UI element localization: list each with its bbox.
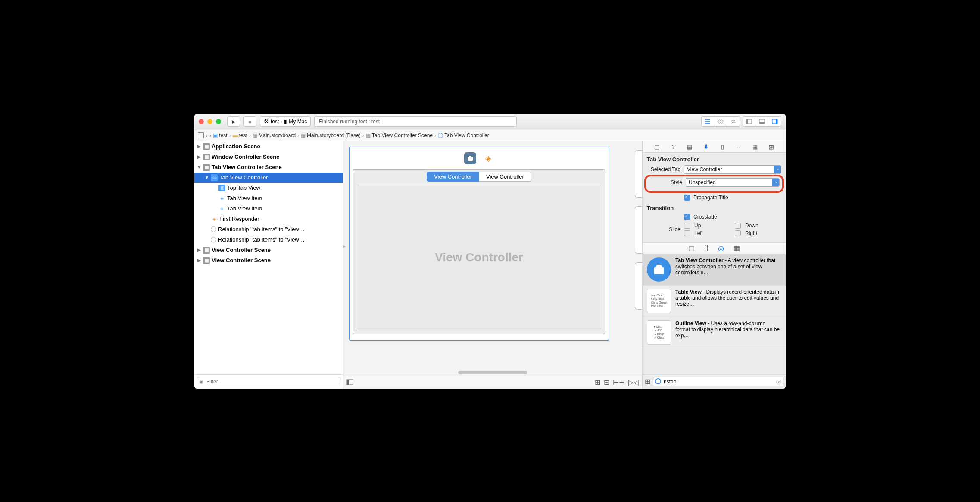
jump-bar[interactable]: ‹ › ▣ test› ▬ test› ▦ Main.storyboard› ▦…	[194, 130, 786, 141]
outline-row[interactable]: ◈Tab View Item	[194, 204, 343, 214]
toggle-inspector-button[interactable]	[768, 116, 781, 127]
offscreen-scene-edges	[635, 150, 642, 340]
outline-row[interactable]: Relationship "tab items" to "View…	[194, 224, 343, 235]
canvas-tab-active[interactable]: View Controller	[427, 172, 479, 182]
outline-row[interactable]: ▶▦Window Controller Scene	[194, 152, 343, 162]
library-item[interactable]: Tab View Controller - A view controller …	[643, 254, 786, 286]
tab-view-controller-frame[interactable]: ◈ View Controller View Controller View C…	[349, 147, 609, 341]
clear-search-button[interactable]: ⓧ	[776, 379, 781, 386]
slide-right-label: Right	[745, 230, 781, 236]
outline-row[interactable]: ◈First Responder	[194, 214, 343, 224]
propagate-label: Propagate Title	[693, 195, 728, 201]
slide-right-checkbox[interactable]	[735, 230, 741, 236]
related-items-icon[interactable]	[198, 132, 204, 138]
library-search-input[interactable]	[653, 377, 783, 386]
forward-button[interactable]: ›	[209, 132, 212, 139]
arrows-icon	[730, 119, 737, 124]
svg-rect-7	[776, 119, 777, 124]
editor-mode-group	[701, 116, 740, 127]
run-button[interactable]	[227, 116, 240, 127]
outline-row[interactable]: ▶▦View Controller Scene	[194, 255, 343, 266]
storyboard-canvas[interactable]: ◈ View Controller View Controller View C…	[343, 141, 643, 389]
identity-inspector-tab[interactable]: ▤	[686, 143, 693, 151]
crossfade-row: Crossfade	[684, 214, 781, 220]
selected-tab-select[interactable]: View Controller	[684, 165, 781, 174]
first-responder-badge-icon[interactable]: ◈	[482, 152, 494, 164]
tab-controller-icon	[647, 257, 671, 282]
version-editor-button[interactable]	[727, 116, 740, 127]
minimize-window-button[interactable]	[207, 119, 212, 124]
canvas-tab[interactable]: View Controller	[479, 172, 531, 182]
style-row: Style Unspecified	[649, 178, 780, 187]
help-inspector-tab[interactable]: ?	[669, 143, 677, 151]
library-item[interactable]: ▾ Matt ▸ Jon ▸ Kelly ▸ Chris Outline Vie…	[643, 317, 786, 348]
window-controls	[199, 119, 221, 124]
scene-icon: ▦	[203, 154, 210, 160]
library-tab-bar: ▢ {} ◎ ▦	[643, 243, 786, 254]
svg-rect-3	[746, 119, 748, 124]
svg-rect-12	[654, 267, 664, 274]
assistant-editor-button[interactable]	[714, 116, 727, 127]
canvas-content: View Controller	[358, 186, 600, 329]
outline-row-selected[interactable]: ▼▭Tab View Controller	[194, 173, 343, 183]
close-window-button[interactable]	[199, 119, 204, 124]
destination-name: My Mac	[289, 119, 307, 125]
toolbar: 🛠 test › ▮ My Mac Finished running test …	[194, 114, 786, 130]
breadcrumb: ▣ test	[213, 132, 227, 138]
chevron-right-icon: ›	[281, 119, 282, 125]
stop-button[interactable]	[243, 116, 256, 127]
outline-row[interactable]: ◈Tab View Item	[194, 193, 343, 204]
outline-row[interactable]: ▶▦View Controller Scene	[194, 245, 343, 255]
xcode-window: 🛠 test › ▮ My Mac Finished running test …	[194, 114, 786, 389]
controller-badge-icon[interactable]	[464, 152, 476, 164]
storyboard-icon: ▦	[301, 132, 306, 138]
toggle-navigator-button[interactable]	[743, 116, 755, 127]
transition-section-title: Transition	[647, 205, 781, 211]
code-snippet-tab[interactable]: {}	[704, 244, 709, 252]
inspector-panel: ▢ ? ▤ ⬇ ▯ → ▦ ▨ Tab View Controller Sele…	[643, 141, 786, 389]
style-label: Style	[649, 179, 682, 185]
search-icon	[655, 378, 661, 384]
slide-down-label: Down	[745, 223, 781, 229]
app-icon: 🛠	[264, 119, 269, 125]
propagate-checkbox[interactable]	[684, 195, 690, 201]
grid-view-toggle[interactable]: ⊞	[645, 377, 650, 386]
style-select[interactable]: Unspecified	[686, 178, 780, 187]
slide-down-checkbox[interactable]	[735, 223, 741, 229]
canvas-tool-button[interactable]: ⊟	[604, 378, 609, 386]
size-inspector-tab[interactable]: ▯	[718, 143, 726, 151]
toggle-outline-button[interactable]	[346, 379, 353, 385]
effects-inspector-tab[interactable]: ▨	[768, 143, 775, 151]
canvas-tool-button[interactable]: ▷◁	[628, 378, 639, 386]
media-library-tab[interactable]: ▦	[733, 244, 740, 252]
outline-row[interactable]: ▶▦Application Scene	[194, 141, 343, 152]
bindings-inspector-tab[interactable]: ▦	[751, 143, 759, 151]
canvas-tool-button[interactable]: ⊞	[595, 378, 600, 386]
outline-row[interactable]: ▼▦Tab View Controller Scene	[194, 162, 343, 173]
standard-editor-button[interactable]	[701, 116, 714, 127]
relationship-icon	[211, 226, 216, 232]
canvas-tool-button[interactable]: ⊢⊣	[613, 378, 625, 386]
outline-filter-input[interactable]	[197, 377, 340, 386]
outline-row[interactable]: Relationship "tab items" to "View…	[194, 235, 343, 245]
scene-icon: ▦	[366, 132, 371, 138]
outline-row[interactable]: ▥Top Tab View	[194, 183, 343, 193]
connections-inspector-tab[interactable]: →	[735, 143, 743, 151]
slide-left-checkbox[interactable]	[684, 230, 690, 236]
swift-file-icon: ▣	[213, 132, 218, 138]
object-library: ▢ {} ◎ ▦ Tab View Controller - A view co…	[643, 242, 786, 389]
entry-point-arrow-icon[interactable]: ▶	[343, 241, 346, 251]
document-outline: ▶▦Application Scene ▶▦Window Controller …	[194, 141, 343, 389]
file-template-tab[interactable]: ▢	[688, 244, 695, 252]
library-item[interactable]: Jon Clear Kelly Blue Chris Green Ron Pin…	[643, 286, 786, 317]
crossfade-checkbox[interactable]	[684, 214, 690, 220]
toggle-debug-button[interactable]	[755, 116, 768, 127]
object-library-tab[interactable]: ◎	[718, 244, 724, 252]
file-inspector-tab[interactable]: ▢	[653, 143, 661, 151]
attributes-inspector-tab[interactable]: ⬇	[702, 143, 710, 151]
zoom-window-button[interactable]	[216, 119, 221, 124]
slide-up-checkbox[interactable]	[684, 223, 690, 229]
back-button[interactable]: ‹	[206, 132, 208, 139]
horizontal-scrollbar[interactable]	[343, 370, 642, 376]
scheme-selector[interactable]: 🛠 test › ▮ My Mac	[260, 116, 311, 127]
